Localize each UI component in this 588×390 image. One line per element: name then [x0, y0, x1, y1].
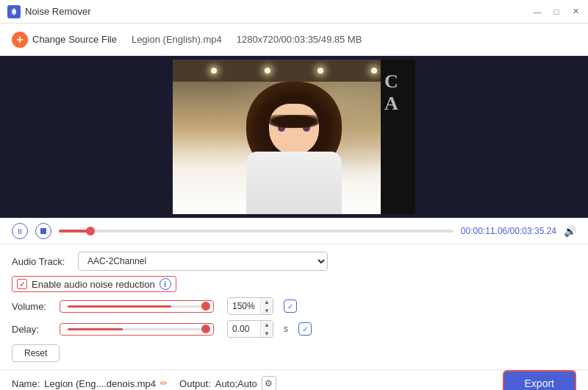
cafe-text: CA — [384, 71, 398, 115]
title-bar: Noise Remover — □ ✕ — [0, 0, 588, 24]
output-section: Output: Auto;Auto ⚙ — [179, 376, 276, 390]
volume-slider-track — [68, 305, 206, 308]
total-time: 00:03:35.24 — [510, 226, 556, 236]
volume-slider-thumb[interactable] — [201, 302, 210, 311]
video-preview: CA — [173, 60, 415, 214]
delay-slider-thumb[interactable] — [201, 325, 210, 333]
delay-row: Delay: 0.00 ▲ ▼ s ✓ — [12, 320, 576, 338]
volume-slider-container — [60, 300, 214, 313]
progress-bar[interactable] — [59, 230, 453, 233]
delay-slider-container — [60, 323, 214, 336]
delay-slider-track — [68, 328, 206, 330]
body — [246, 152, 342, 214]
volume-sync-icon[interactable]: ✓ — [284, 299, 297, 313]
name-value: Legion (Eng....denois.mp4 — [44, 378, 156, 389]
bangs — [269, 115, 319, 128]
volume-value-input: 150% ▲ ▼ — [227, 297, 273, 315]
noise-reduction-label: Enable audio noise reduction — [32, 279, 155, 290]
light-3 — [318, 68, 323, 74]
noise-info-icon[interactable]: i — [159, 278, 171, 290]
reset-button[interactable]: Reset — [12, 344, 60, 362]
settings-panel: Audio Track: AAC-2Channel AAC-Stereo Ena… — [0, 244, 588, 369]
delay-unit: s — [284, 324, 288, 334]
stop-icon — [40, 228, 46, 234]
face — [269, 104, 319, 155]
output-settings-icon[interactable]: ⚙ — [262, 376, 276, 390]
minimize-button[interactable]: — — [532, 7, 542, 17]
light-1 — [211, 68, 217, 74]
delay-down-button[interactable]: ▼ — [261, 329, 273, 338]
change-source-button[interactable]: + Change Source File — [12, 32, 117, 48]
audio-track-row: Audio Track: AAC-2Channel AAC-Stereo — [12, 252, 576, 271]
delay-label: Delay: — [12, 324, 52, 335]
volume-row: Volume: 150% ▲ ▼ ✓ — [12, 297, 576, 315]
volume-slider-fill — [68, 305, 171, 308]
output-label: Output: — [179, 378, 211, 389]
ceiling-element — [173, 60, 415, 82]
title-bar-left: Noise Remover — [7, 5, 91, 18]
volume-up-button[interactable]: ▲ — [261, 297, 273, 306]
edit-name-icon[interactable]: ✏ — [160, 378, 168, 389]
delay-up-button[interactable]: ▲ — [261, 320, 273, 329]
close-button[interactable]: ✕ — [570, 7, 581, 17]
app-title: Noise Remover — [25, 6, 91, 17]
file-name: Legion (English).mp4 — [132, 34, 222, 45]
bottom-bar: Name: Legion (Eng....denois.mp4 ✏ Output… — [0, 369, 588, 390]
right-black-bar: CA — [381, 60, 415, 214]
noise-reduction-checkbox[interactable] — [17, 279, 27, 289]
stop-button[interactable] — [35, 223, 51, 239]
controls-bar: ⏸ 00:00:11.06/00:03:35.24 🔊 — [0, 218, 588, 244]
noise-reduction-row: Enable audio noise reduction i — [12, 276, 176, 292]
file-metadata: 1280x720/00:03:35/49.85 MB — [237, 34, 362, 45]
progress-fill — [59, 230, 90, 233]
progress-thumb[interactable] — [86, 227, 95, 235]
window-controls: — □ ✕ — [532, 7, 581, 17]
volume-icon[interactable]: 🔊 — [564, 225, 576, 237]
plus-icon: + — [12, 32, 28, 48]
volume-spin-buttons: ▲ ▼ — [261, 297, 273, 315]
audio-track-select-wrapper: AAC-2Channel AAC-Stereo — [78, 252, 328, 271]
export-button[interactable]: Export — [503, 370, 576, 390]
time-display: 00:00:11.06/00:03:35.24 — [461, 226, 556, 236]
volume-value: 150% — [228, 298, 261, 314]
delay-value-input: 0.00 ▲ ▼ — [227, 320, 273, 338]
output-value: Auto;Auto — [215, 378, 257, 389]
delay-slider-fill — [68, 328, 123, 330]
name-label: Name: — [12, 378, 40, 389]
app-icon — [7, 5, 21, 18]
change-source-label: Change Source File — [32, 34, 117, 45]
name-section: Name: Legion (Eng....denois.mp4 ✏ — [12, 378, 168, 389]
delay-spin-buttons: ▲ ▼ — [261, 320, 273, 338]
volume-down-button[interactable]: ▼ — [261, 306, 273, 315]
pause-icon: ⏸ — [16, 227, 24, 235]
pause-button[interactable]: ⏸ — [12, 223, 28, 239]
audio-track-label: Audio Track: — [12, 256, 71, 267]
svg-point-0 — [12, 10, 15, 13]
light-4 — [371, 68, 377, 74]
delay-sync-icon[interactable]: ✓ — [298, 322, 312, 336]
restore-button[interactable]: □ — [551, 7, 562, 17]
audio-track-select[interactable]: AAC-2Channel AAC-Stereo — [78, 252, 328, 271]
video-preview-area: CA — [0, 56, 588, 218]
current-time: 00:00:11.06 — [461, 226, 507, 236]
light-2 — [265, 68, 270, 74]
delay-value: 0.00 — [228, 321, 261, 337]
toolbar: + Change Source File Legion (English).mp… — [0, 24, 588, 56]
volume-label: Volume: — [12, 301, 52, 312]
